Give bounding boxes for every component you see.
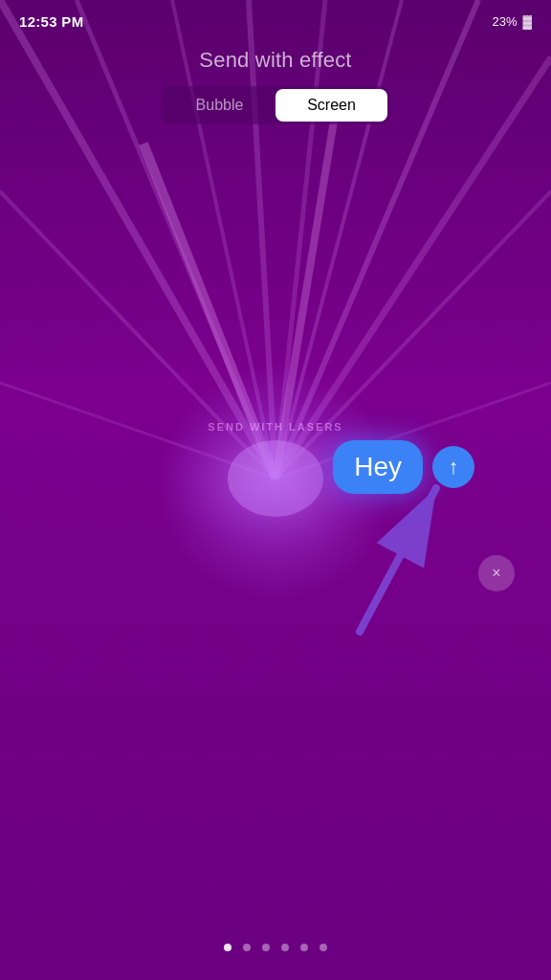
svg-line-17 (360, 488, 436, 632)
status-time: 12:53 PM (19, 13, 83, 30)
battery-icon: ▓ (523, 14, 532, 29)
dot-2[interactable] (243, 944, 251, 951)
segmented-control: Bubble Screen (161, 86, 390, 124)
send-arrow-icon: ↑ (449, 457, 459, 478)
close-button[interactable]: × (478, 555, 515, 591)
send-button[interactable]: ↑ (432, 446, 474, 488)
screen-tab[interactable]: Screen (276, 89, 387, 122)
dot-5[interactable] (300, 944, 308, 951)
svg-point-15 (228, 440, 323, 517)
page-dots (224, 944, 327, 951)
dot-4[interactable] (281, 944, 289, 951)
bubble-tab[interactable]: Bubble (164, 89, 276, 122)
dot-3[interactable] (262, 944, 270, 951)
status-bar: 12:53 PM 23% ▓ (0, 0, 551, 42)
page-title: Send with effect (0, 48, 551, 73)
message-bubble: Hey (333, 440, 423, 494)
message-area: Hey ↑ (333, 440, 474, 494)
effect-label: SEND WITH LASERS (208, 421, 342, 433)
dot-6[interactable] (320, 944, 327, 951)
battery-percent: 23% (492, 14, 517, 29)
dot-1[interactable] (224, 944, 231, 951)
status-right: 23% ▓ (492, 14, 532, 29)
close-icon: × (492, 565, 500, 582)
